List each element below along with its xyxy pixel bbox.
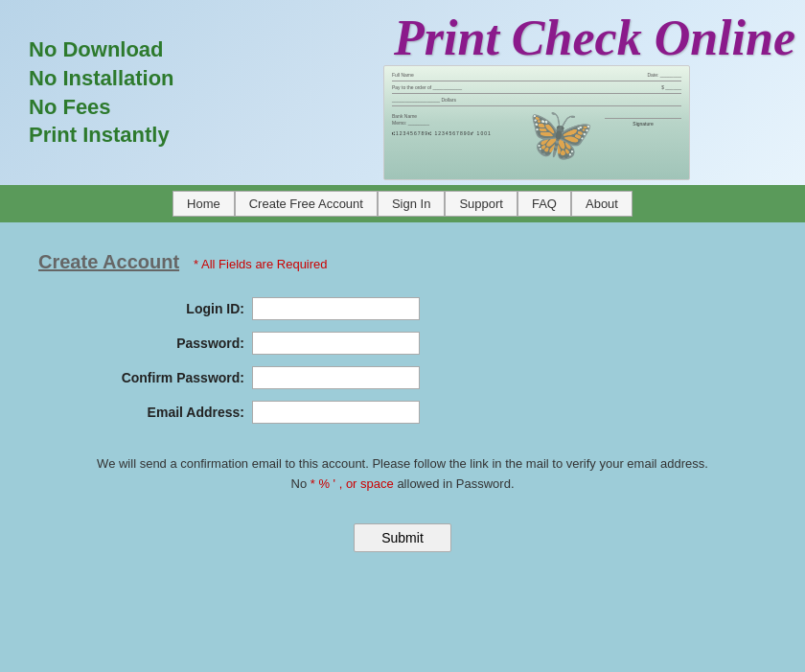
password-label: Password: [77, 336, 244, 351]
notice-no: No [291, 476, 310, 491]
notice-suffix: allowed in Password. [394, 476, 515, 491]
notice-text: We will send a confirmation email to thi… [86, 454, 719, 495]
site-title: Print Check Online [394, 10, 795, 66]
nav-create-free-account[interactable]: Create Free Account [235, 191, 378, 217]
header-left: No DownloadNo InstallationNo Fees No Dow… [0, 16, 203, 169]
nav-home[interactable]: Home [172, 191, 235, 217]
nav-sign-in[interactable]: Sign In [378, 191, 445, 217]
required-note: * All Fields are Required [194, 257, 327, 271]
nav-faq[interactable]: FAQ [518, 191, 571, 217]
login-id-label: Login ID: [77, 301, 244, 316]
create-account-title: Create Account [38, 251, 179, 273]
email-row: Email Address: [77, 401, 420, 424]
confirm-password-row: Confirm Password: [77, 366, 420, 389]
nav-about[interactable]: About [571, 191, 632, 217]
submit-button[interactable]: Submit [354, 523, 451, 552]
email-input[interactable] [252, 401, 420, 424]
nav-support[interactable]: Support [445, 191, 518, 217]
login-id-row: Login ID: [77, 297, 420, 320]
password-row: Password: [77, 332, 420, 355]
confirm-password-input[interactable] [252, 366, 420, 389]
tagline: No DownloadNo InstallationNo Fees No Dow… [29, 35, 174, 150]
submit-area: Submit [38, 523, 767, 552]
nav-bar: Home Create Free Account Sign In Support… [0, 185, 805, 222]
email-label: Email Address: [77, 405, 244, 420]
butterfly-decoration: 🦋 [528, 104, 594, 166]
notice-line1: We will send a confirmation email to thi… [97, 456, 708, 471]
header: No DownloadNo InstallationNo Fees No Dow… [0, 0, 805, 185]
checks-area: Full NameDate: ________ Pay to the order… [307, 60, 786, 185]
form-area: Login ID: Password: Confirm Password: Em… [77, 297, 767, 435]
main-content: Create Account * All Fields are Required… [0, 222, 805, 672]
confirm-password-label: Confirm Password: [77, 370, 244, 385]
create-account-header: Create Account * All Fields are Required [38, 251, 767, 273]
login-id-input[interactable] [252, 297, 420, 320]
password-input[interactable] [252, 332, 420, 355]
notice-highlight: * % ' , or space [310, 476, 394, 491]
